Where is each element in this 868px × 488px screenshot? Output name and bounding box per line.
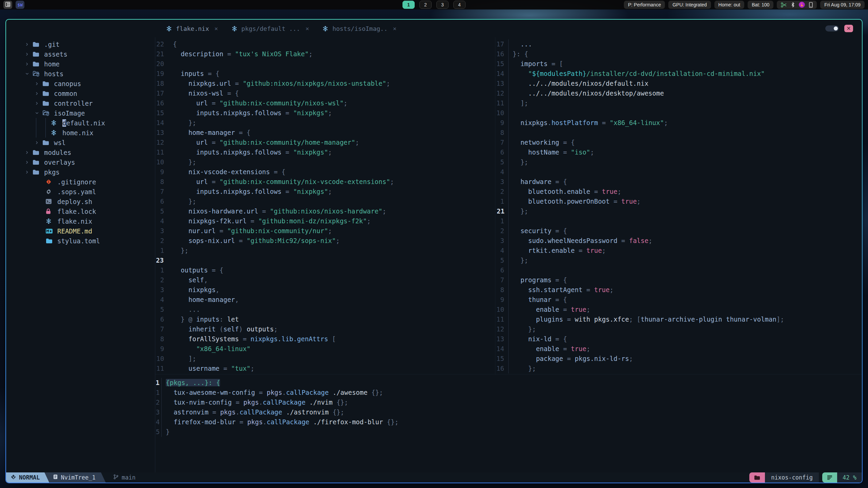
- chevron-down-icon[interactable]: [35, 111, 42, 115]
- editor-pane-iso-default-nix[interactable]: 17 ...16}: {15 imports = [14 "${modulesP…: [495, 37, 862, 374]
- chevron-right-icon[interactable]: [35, 82, 42, 86]
- code-line[interactable]: 2 bluetooth.enable = true;: [495, 187, 862, 197]
- code-line[interactable]: 8 ssh.startAgent = true;: [495, 285, 862, 295]
- code-line[interactable]: 2 security = {: [495, 226, 862, 236]
- code-line[interactable]: 13 nix-ld = {: [495, 334, 862, 344]
- code-line[interactable]: 17 ...: [495, 39, 862, 49]
- code-line[interactable]: 5 };: [495, 157, 862, 167]
- code-line[interactable]: 2 self,: [155, 275, 495, 285]
- tree-item-modules[interactable]: modules: [6, 147, 155, 157]
- chevron-right-icon[interactable]: [35, 141, 42, 145]
- code-line[interactable]: 1: [495, 216, 862, 226]
- code-line[interactable]: 10: [495, 108, 862, 118]
- code-line[interactable]: 11 ];: [495, 98, 862, 108]
- code-line[interactable]: 8 forAllSystems = nixpkgs.lib.genAttrs [: [155, 334, 495, 344]
- chevron-right-icon[interactable]: [35, 101, 42, 105]
- code-line[interactable]: 16}: {: [495, 49, 862, 59]
- tree-item-hosts[interactable]: hosts: [6, 69, 155, 79]
- code-line[interactable]: 4 firefox-mod-blur = pkgs.callPackage ./…: [155, 417, 862, 427]
- code-line[interactable]: 7 inputs.nixpkgs.follows = "nixpkgs";: [155, 187, 495, 197]
- code-line[interactable]: 4: [495, 167, 862, 177]
- chevron-right-icon[interactable]: [25, 160, 33, 164]
- tree-item-home[interactable]: home: [6, 59, 155, 69]
- tree-item-README.md[interactable]: README.md: [6, 226, 155, 236]
- code-line[interactable]: 22{: [155, 39, 495, 49]
- code-line[interactable]: 12 ../../modules/nixos/desktop/awesome: [495, 88, 862, 98]
- app-launcher-button[interactable]: [3, 1, 12, 9]
- code-line[interactable]: 9 nix-vscode-extensions = {: [155, 167, 495, 177]
- chevron-right-icon[interactable]: [25, 42, 33, 46]
- phone-icon[interactable]: [809, 2, 813, 8]
- code-line[interactable]: 17 nixos-wsl = {: [155, 88, 495, 98]
- editor-pane-flake-nix[interactable]: 22{21 description = "tux's NixOS Flake";…: [155, 37, 495, 374]
- code-line[interactable]: 3 sudo.wheelNeedsPassword = false;: [495, 236, 862, 246]
- tree-item-stylua.toml[interactable]: stylua.toml: [6, 236, 155, 246]
- chevron-right-icon[interactable]: [25, 150, 33, 155]
- code-line[interactable]: 4 rtkit.enable = true;: [495, 246, 862, 256]
- code-line[interactable]: 10 };: [155, 157, 495, 167]
- code-line[interactable]: 21 };: [495, 206, 862, 216]
- code-line[interactable]: 6: [495, 265, 862, 275]
- code-line[interactable]: 2 tux-nvim-config = pkgs.callPackage ./n…: [155, 398, 862, 407]
- workspace-button-3[interactable]: 3: [436, 1, 449, 9]
- code-line[interactable]: 3 nixpkgs,: [155, 285, 495, 295]
- tree-item-common[interactable]: common: [6, 88, 155, 98]
- code-line[interactable]: 3 nur.url = "github:nix-community/nur";: [155, 226, 495, 236]
- code-line[interactable]: 9 nixpkgs.hostPlatform = "x86_64-linux";: [495, 118, 862, 128]
- tree-item-isoImage[interactable]: isoImage: [6, 108, 155, 118]
- code-line[interactable]: 10 enable = true;: [495, 305, 862, 314]
- tree-item-deploy.sh[interactable]: deploy.sh: [6, 197, 155, 206]
- chevron-right-icon[interactable]: [25, 62, 33, 66]
- code-line[interactable]: 20: [155, 59, 495, 69]
- tree-item-canopus[interactable]: canopus: [6, 79, 155, 88]
- code-line[interactable]: 7 networking = {: [495, 138, 862, 147]
- code-line[interactable]: 7 programs = {: [495, 275, 862, 285]
- code-line[interactable]: 1 bluetooth.powerOnBoot = true;: [495, 197, 862, 206]
- code-line[interactable]: 15 package = pkgs.nix-ld-rs;: [495, 354, 862, 364]
- code-line[interactable]: 3 hardware = {: [495, 177, 862, 187]
- code-line[interactable]: 5 nixos-hardware.url = "github:nixos/nix…: [155, 206, 495, 216]
- code-line[interactable]: 2 sops-nix.url = "github:Mic92/sops-nix"…: [155, 236, 495, 246]
- code-line[interactable]: 3 astronvim = pkgs.callPackage ./astronv…: [155, 407, 862, 417]
- code-line[interactable]: 6 };: [155, 197, 495, 206]
- tab-flake.nix[interactable]: flake.nix✕: [159, 25, 225, 32]
- tree-item-controller[interactable]: controller: [6, 98, 155, 108]
- code-line[interactable]: 14 "${modulesPath}/installer/cd-dvd/inst…: [495, 69, 862, 79]
- chevron-right-icon[interactable]: [25, 170, 33, 174]
- code-line[interactable]: 21 description = "tux's NixOS Flake";: [155, 49, 495, 59]
- workspace-button-4[interactable]: 4: [453, 1, 466, 9]
- code-line[interactable]: 12 };: [495, 324, 862, 334]
- code-line[interactable]: 9 "x86_64-linux": [155, 344, 495, 354]
- code-line[interactable]: 14 };: [155, 118, 495, 128]
- editor-pane-pkgs-default-nix[interactable]: 1{pkgs, ...}: {1 tux-awesome-wm-config =…: [155, 374, 862, 472]
- code-line[interactable]: 7 inherit (self) outputs;: [155, 324, 495, 334]
- code-line[interactable]: 9 thunar = {: [495, 295, 862, 305]
- code-line[interactable]: 10 ];: [155, 354, 495, 364]
- code-line[interactable]: 5 ...: [155, 305, 495, 314]
- code-line[interactable]: 11 plugins = with pkgs.xfce; [thunar-arc…: [495, 314, 862, 324]
- bluetooth-icon[interactable]: [791, 2, 795, 7]
- chevron-right-icon[interactable]: [35, 92, 42, 96]
- tree-item-flake.nix[interactable]: flake.nix: [6, 216, 155, 226]
- code-line[interactable]: 6 } @ inputs: let: [155, 314, 495, 324]
- chevron-right-icon[interactable]: [25, 52, 33, 56]
- code-line[interactable]: 5}: [155, 427, 862, 437]
- wm-logo-button[interactable]: $W: [16, 1, 24, 9]
- tree-item-pkgs[interactable]: pkgs: [6, 167, 155, 177]
- code-line[interactable]: 18 nixpkgs.url = "github:nixos/nixpkgs/n…: [155, 79, 495, 88]
- tree-item-home.nix[interactable]: home.nix: [6, 128, 155, 138]
- code-line[interactable]: 13 home-manager = {: [155, 128, 495, 138]
- window-close-button[interactable]: ✕: [844, 25, 853, 32]
- code-line[interactable]: 14 enable = true;: [495, 344, 862, 354]
- code-line[interactable]: 1 outputs = {: [155, 265, 495, 275]
- tab-close-icon[interactable]: ✕: [215, 25, 218, 32]
- code-line[interactable]: 23: [155, 256, 495, 265]
- code-line[interactable]: 16 url = "github:nix-community/nixos-wsl…: [155, 98, 495, 108]
- code-line[interactable]: 1 tux-awesome-wm-config = pkgs.callPacka…: [155, 388, 862, 398]
- tab-close-icon[interactable]: ✕: [393, 25, 396, 32]
- code-line[interactable]: 4 nixpkgs-f2k.url = "github:moni-dz/nixp…: [155, 216, 495, 226]
- code-line[interactable]: 15 inputs.nixpkgs.follows = "nixpkgs";: [155, 108, 495, 118]
- tab-pkgs-default-...[interactable]: pkgs/default ...✕: [225, 25, 316, 32]
- code-line[interactable]: 19 inputs = {: [155, 69, 495, 79]
- code-line[interactable]: 11 username = "tux";: [155, 364, 495, 373]
